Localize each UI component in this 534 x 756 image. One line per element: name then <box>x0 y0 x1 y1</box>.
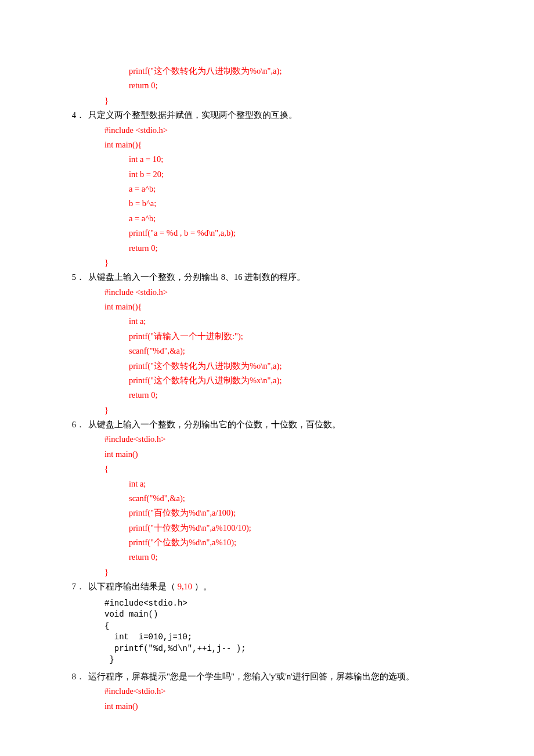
code-line: printf("%d,%d\n",++i,j-- ); <box>104 643 470 655</box>
document-content: printf("这个数转化为八进制数为%o\n",a); return 0; }… <box>0 64 534 714</box>
code-line: { <box>104 621 470 632</box>
code-line: printf("百位数为%d\n",a/100); <box>88 506 470 520</box>
code-line: return 0; <box>88 241 470 255</box>
code-line: int i=010,j=10; <box>104 632 470 643</box>
code-line: b = b^a; <box>88 196 470 211</box>
code-line: #include<stdio.h> <box>88 684 470 699</box>
code-line: int main(){ <box>88 138 470 152</box>
question-5: 5． 从键盘上输入一个整数，分别输出 8、16 进制数的程序。 <box>88 270 470 285</box>
code-line: #include <stdio.h> <box>88 123 470 138</box>
code-line: return 0; <box>88 550 470 564</box>
code-line: a = a^b; <box>88 211 470 226</box>
question-number: 4． <box>71 108 85 123</box>
code-line: return 0; <box>88 388 470 402</box>
code-line: scanf("%d",&a); <box>88 491 470 506</box>
code-block-monospace: #include<stdio.h> void main() { int i=01… <box>88 598 470 667</box>
question-number: 7． <box>71 579 85 594</box>
code-line: printf("个位数为%d\n",a%10); <box>88 535 470 550</box>
code-line: printf("这个数转化为八进制数为%o\n",a); <box>88 359 470 373</box>
code-line: printf("这个数转化为八进制数为%x\n",a); <box>88 373 470 388</box>
code-line: } <box>88 255 470 270</box>
code-line: return 0; <box>88 78 470 93</box>
code-line: int main(){ <box>88 300 470 314</box>
question-text: 只定义两个整型数据并赋值，实现两个整型数的互换。 <box>88 110 297 120</box>
answer-text: 9,10 <box>178 582 192 591</box>
question-text: 从键盘上输入一个整数，分别输出 8、16 进制数的程序。 <box>88 272 305 282</box>
code-line: { <box>88 462 470 476</box>
code-line: int a; <box>88 477 470 491</box>
question-4: 4． 只定义两个整型数据并赋值，实现两个整型数的互换。 <box>88 108 470 123</box>
code-line: printf("a = %d , b = %d\n",a,b); <box>88 226 470 240</box>
code-line: int main() <box>88 447 470 462</box>
code-line: #include<stdio.h> <box>88 432 470 447</box>
question-7: 7． 以下程序输出结果是（ 9,10 ）。 <box>88 579 470 594</box>
code-line: a = a^b; <box>88 182 470 196</box>
question-6: 6． 从键盘上输入一个整数，分别输出它的个位数，十位数，百位数。 <box>88 417 470 432</box>
question-number: 8． <box>71 669 85 684</box>
code-line: } <box>104 654 470 666</box>
question-text: 从键盘上输入一个整数，分别输出它的个位数，十位数，百位数。 <box>88 420 341 429</box>
code-line: #include <stdio.h> <box>88 285 470 300</box>
code-line: int a = 10; <box>88 152 470 167</box>
code-line: int a; <box>88 314 470 329</box>
question-text-prefix: 以下程序输出结果是（ <box>88 582 178 591</box>
code-line: printf("请输入一个十进制数:"); <box>88 329 470 344</box>
code-line: scanf("%d",&a); <box>88 344 470 358</box>
code-line: printf("这个数转化为八进制数为%o\n",a); <box>88 64 470 78</box>
code-line: } <box>88 403 470 417</box>
question-text: 运行程序，屏幕提示"您是一个学生吗"，您输入'y'或'n'进行回答，屏幕输出您的… <box>88 672 414 681</box>
code-line: int main() <box>88 699 470 714</box>
code-line: } <box>88 93 470 108</box>
question-text-suffix: ）。 <box>192 582 212 591</box>
code-line: #include<stdio.h> <box>104 598 470 610</box>
code-line: printf("十位数为%d\n",a%100/10); <box>88 521 470 535</box>
question-number: 5． <box>71 270 85 285</box>
question-8: 8． 运行程序，屏幕提示"您是一个学生吗"，您输入'y'或'n'进行回答，屏幕输… <box>88 669 470 684</box>
code-line: int b = 20; <box>88 167 470 182</box>
code-line: void main() <box>104 609 470 621</box>
code-line: } <box>88 565 470 579</box>
question-number: 6． <box>71 417 85 432</box>
